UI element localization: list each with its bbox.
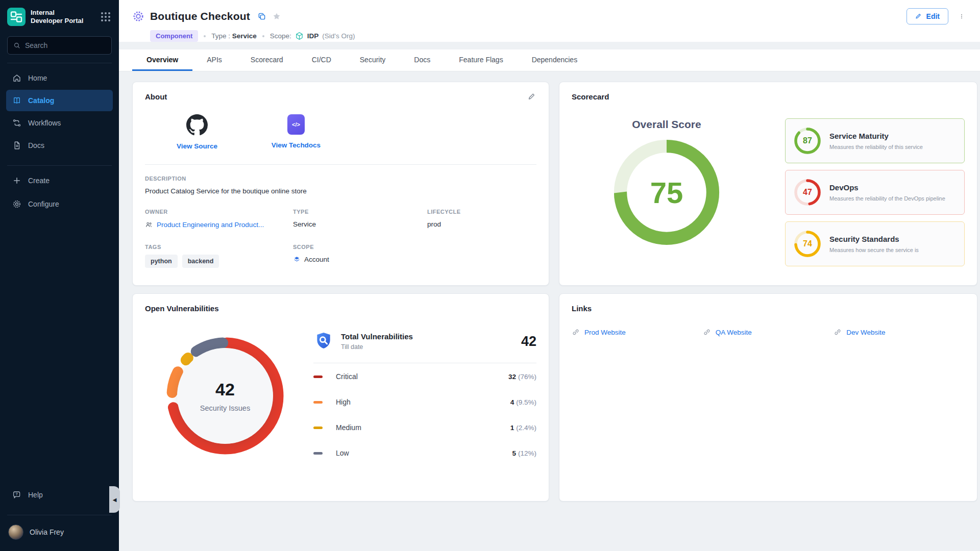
gear-icon — [12, 199, 21, 209]
docs-icon — [12, 141, 21, 150]
vulnerabilities-title: Open Vulnerabilities — [145, 304, 218, 313]
sidebar-search[interactable] — [7, 36, 112, 55]
user-menu[interactable]: Olivia Frey — [0, 518, 119, 551]
component-cog-icon — [132, 10, 144, 22]
sidebar-item-catalog[interactable]: Catalog — [6, 90, 113, 111]
techdocs-icon: </> — [287, 114, 305, 135]
search-icon — [13, 41, 20, 49]
tag-chip[interactable]: backend — [182, 255, 219, 268]
score-name: Service Maturity — [829, 132, 923, 140]
lifecycle-value: prod — [427, 220, 536, 228]
sidebar-item-create[interactable]: Create — [6, 170, 113, 191]
brand: Internal Developer Portal — [0, 0, 119, 31]
sidebar-item-configure[interactable]: Configure — [6, 193, 113, 215]
tags-label: TAGS — [145, 244, 293, 250]
links-card: Links Prod Website QA Website — [559, 293, 977, 502]
scope-value: Account — [293, 256, 427, 263]
score-value: 47 — [793, 178, 822, 207]
search-input[interactable] — [25, 41, 106, 49]
brand-logo-icon — [7, 8, 26, 26]
tab-feature-flags[interactable]: Feature Flags — [445, 49, 517, 71]
view-techdocs-link[interactable]: </> View Techdocs — [263, 114, 329, 150]
help-icon: ? — [12, 490, 21, 499]
sidebar-item-workflows[interactable]: Workflows — [6, 112, 113, 134]
vulnerabilities-donut: 42 Security Issues — [161, 332, 289, 460]
score-desc: Measures how secure the service is — [829, 247, 919, 253]
catalog-icon — [12, 96, 21, 105]
scorecard-item-devops[interactable]: 47 DevOps Measures the reliability of th… — [785, 170, 965, 215]
sidebar-item-home[interactable]: Home — [6, 67, 113, 89]
tag-chip[interactable]: python — [145, 255, 178, 268]
scope-label: SCOPE — [293, 244, 427, 250]
scorecard-item-service-maturity[interactable]: 87 Service Maturity Measures the reliabi… — [785, 118, 965, 163]
plus-icon — [12, 176, 21, 185]
description-value: Product Catalog Service for the boutique… — [145, 187, 536, 195]
sidebar-item-label: Docs — [28, 141, 44, 149]
severity-row-low: Low 5(12%) — [313, 441, 536, 465]
security-issues-count: 42 — [215, 380, 235, 399]
pencil-icon — [915, 13, 922, 20]
severity-row-critical: Critical 32(76%) — [313, 364, 536, 389]
tab-security[interactable]: Security — [346, 49, 400, 71]
scope-cube-icon — [295, 32, 304, 40]
critical-dash-icon — [313, 375, 323, 378]
description-label: DESCRIPTION — [145, 176, 536, 182]
owner-link[interactable]: Product Engineering and Product... — [145, 220, 293, 229]
sidebar-item-docs[interactable]: Docs — [6, 135, 113, 156]
star-icon[interactable] — [272, 12, 281, 21]
tab-dependencies[interactable]: Dependencies — [518, 49, 592, 71]
tab-docs[interactable]: Docs — [400, 49, 445, 71]
overall-score-label: Overall Score — [632, 118, 701, 131]
score-value: 74 — [793, 230, 822, 258]
sidebar-collapse-handle[interactable]: ◀ — [109, 486, 120, 513]
score-name: Security Standards — [829, 235, 919, 243]
tab-bar: Overview APIs Scorecard CI/CD Security D… — [119, 49, 980, 71]
link-icon — [834, 328, 842, 336]
tab-apis[interactable]: APIs — [192, 49, 236, 71]
user-name: Olivia Frey — [30, 528, 64, 536]
link-dev-website[interactable]: Dev Website — [834, 328, 965, 336]
sidebar: Internal Developer Portal Home Catalog — [0, 0, 119, 551]
sidebar-item-help[interactable]: ? Help — [6, 484, 113, 506]
link-prod-website[interactable]: Prod Website — [572, 328, 703, 336]
tab-overview[interactable]: Overview — [132, 49, 192, 71]
about-card: About View Source </> View Techdocs — [132, 82, 549, 286]
vulnerabilities-card: Open Vulnerabilities 42 Security I — [132, 293, 549, 502]
scope-org: (Sid's Org) — [322, 32, 355, 40]
total-vulnerabilities-title: Total Vulnerabilities — [341, 332, 413, 341]
overall-score-donut: 75 — [612, 138, 721, 247]
main-content: Boutique Checkout Edit — [119, 0, 980, 551]
sidebar-divider — [7, 165, 112, 166]
links-title: Links — [572, 304, 592, 313]
low-dash-icon — [313, 452, 323, 455]
lifecycle-label: LIFECYCLE — [427, 209, 536, 215]
score-desc: Measures the reliability of the DevOps p… — [829, 195, 945, 202]
scorecard-item-security-standards[interactable]: 74 Security Standards Measures how secur… — [785, 221, 965, 266]
sidebar-divider — [7, 63, 112, 63]
copy-icon[interactable] — [257, 12, 266, 21]
security-issues-label: Security Issues — [200, 404, 250, 412]
sidebar-item-label: Home — [28, 74, 47, 82]
score-value: 87 — [793, 127, 822, 155]
workflows-icon — [12, 118, 21, 128]
entity-kind-badge: Component — [150, 30, 198, 42]
link-qa-website[interactable]: QA Website — [703, 328, 834, 336]
edit-about-icon[interactable] — [528, 92, 536, 101]
severity-row-medium: Medium 1(2.4%) — [313, 415, 536, 440]
app-switcher-icon[interactable] — [100, 11, 112, 23]
team-icon — [145, 220, 153, 229]
brand-name: Internal Developer Portal — [31, 9, 83, 24]
sidebar-item-label: Help — [28, 491, 43, 499]
tab-scorecard[interactable]: Scorecard — [236, 49, 298, 71]
github-icon — [186, 114, 208, 136]
edit-button[interactable]: Edit — [906, 8, 948, 24]
view-source-link[interactable]: View Source — [164, 114, 230, 150]
entity-type: Service — [232, 32, 257, 40]
entity-meta: Component Type : Service Scope: IDP (Sid… — [150, 30, 967, 42]
type-label: TYPE — [293, 209, 427, 215]
kebab-menu-icon[interactable] — [957, 11, 967, 21]
link-icon — [572, 328, 580, 336]
overall-score-value: 75 — [612, 138, 721, 247]
tab-cicd[interactable]: CI/CD — [298, 49, 346, 71]
scorecard-card: Scorecard Overall Score 75 — [559, 82, 977, 286]
